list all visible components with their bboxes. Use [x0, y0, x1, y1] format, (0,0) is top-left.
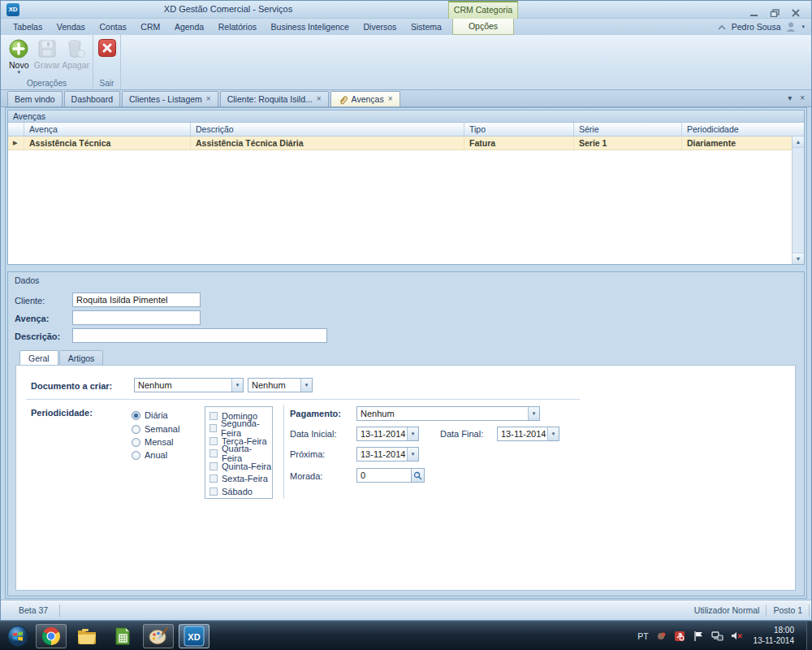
avenca-field[interactable] [72, 310, 201, 325]
data-final-picker[interactable]: 13-11-2014 ▾ [497, 427, 559, 441]
grid-vertical-scrollbar[interactable]: ▲ ▼ [792, 136, 804, 264]
tab-close-icon[interactable]: × [388, 95, 393, 103]
doc-tab-dashboard[interactable]: Dashboard [64, 91, 120, 106]
tray-volume-muted-icon[interactable] [731, 630, 743, 641]
checkbox-icon [209, 488, 218, 496]
search-icon [413, 471, 422, 480]
dropdown-caret-icon[interactable]: ▾ [528, 407, 539, 420]
user-menu-caret-icon[interactable]: ▾ [801, 24, 805, 30]
status-separator [809, 604, 810, 617]
document-tab-strip: Bem vindo Dashboard Clientes - Listagem … [1, 90, 811, 107]
show-desktop-button[interactable] [806, 622, 812, 650]
radio-mensal[interactable]: Mensal [132, 437, 173, 447]
radio-diaria[interactable]: Diária [132, 410, 168, 420]
dropdown-caret-icon[interactable]: ▾ [407, 448, 418, 461]
radio-icon [132, 438, 140, 447]
user-name[interactable]: Pedro Sousa [732, 22, 781, 32]
user-avatar-icon[interactable] [785, 21, 797, 32]
morada-search-button[interactable] [412, 468, 425, 483]
radio-semanal[interactable]: Semanal [132, 424, 179, 434]
scroll-down-icon[interactable]: ▼ [793, 253, 804, 264]
tab-relatorios[interactable]: Relatórios [214, 19, 261, 35]
ribbon-group-sair: Sair [93, 35, 121, 89]
tab-agenda[interactable]: Agenda [171, 19, 208, 35]
doc-tab-bem-vindo[interactable]: Bem vindo [7, 91, 63, 106]
documento-dropdown-2[interactable]: Nenhum ▾ [248, 378, 313, 392]
tab-artigos[interactable]: Artigos [59, 350, 104, 366]
checkbox-sexta[interactable]: Sexta-Feira [209, 473, 272, 486]
tray-action-center-flag-icon[interactable] [693, 630, 704, 642]
sair-button[interactable] [97, 38, 117, 58]
tab-contas[interactable]: Contas [95, 19, 130, 35]
descricao-label: Descrição: [15, 332, 60, 341]
checkbox-quarta[interactable]: Quarta-Feira [209, 448, 272, 461]
doc-tab-clientes-listagem[interactable]: Clientes - Listagem × [122, 91, 218, 106]
station-label: Posto 1 [773, 605, 802, 615]
gravar-button[interactable]: Gravar [34, 38, 61, 75]
morada-label: Morada: [290, 471, 322, 481]
taskbar-clock[interactable]: 18:00 13-11-2014 [754, 626, 794, 646]
taskbar-paint-icon[interactable] [143, 624, 174, 648]
table-row-selected[interactable]: ▶ Assistência Técnica Assistência Técnic… [8, 136, 804, 150]
grid-header-tipo[interactable]: Tipo [464, 123, 574, 136]
grid-header-periodicidade[interactable]: Periodicidade [682, 123, 804, 136]
grid-header-serie[interactable]: Série [574, 123, 682, 136]
close-button[interactable] [791, 6, 801, 14]
descricao-field[interactable] [72, 328, 327, 343]
tab-crm[interactable]: CRM [136, 19, 164, 35]
radio-icon [132, 425, 140, 434]
tab-business-inteligence[interactable]: Business Inteligence [267, 19, 353, 35]
tab-geral[interactable]: Geral [19, 350, 58, 366]
radio-anual[interactable]: Anual [132, 450, 167, 460]
novo-dropdown-caret-icon[interactable]: ▾ [18, 70, 21, 75]
delete-trash-icon [65, 38, 86, 59]
documento-dropdown-1[interactable]: Nenhum ▾ [134, 378, 244, 392]
grid-header-avenca[interactable]: Avença [24, 123, 191, 136]
pagamento-dropdown[interactable]: Nenhum ▾ [356, 406, 540, 421]
tab-tabelas[interactable]: Tabelas [9, 19, 46, 35]
save-floppy-icon [37, 38, 58, 59]
section-divider [26, 399, 580, 400]
novo-button[interactable]: Novo ▾ [6, 38, 32, 75]
scroll-up-icon[interactable]: ▲ [793, 136, 804, 148]
dropdown-caret-icon[interactable]: ▾ [547, 427, 559, 440]
taskbar-chrome-icon[interactable] [36, 624, 67, 648]
taskbar-xd-app-icon[interactable]: XD [179, 624, 209, 648]
collapse-ribbon-icon[interactable] [717, 24, 727, 31]
cliente-field[interactable] [72, 292, 201, 307]
proxima-picker[interactable]: 13-11-2014 ▾ [356, 447, 419, 462]
tab-close-icon[interactable]: × [317, 95, 322, 103]
doc-tab-avencas-active[interactable]: Avenças × [330, 91, 400, 106]
minimize-button[interactable] [749, 6, 759, 14]
restore-button[interactable] [770, 6, 780, 14]
grid-header-descricao[interactable]: Descrição [191, 123, 464, 136]
dropdown-caret-icon[interactable]: ▾ [407, 427, 418, 440]
start-button[interactable] [2, 622, 33, 650]
pagamento-label: Pagamento: [290, 409, 341, 418]
checkbox-icon [209, 424, 217, 432]
data-inicial-picker[interactable]: 13-11-2014 ▾ [356, 427, 419, 441]
tab-close-icon[interactable]: × [206, 95, 211, 103]
checkbox-sabado[interactable]: Sábado [209, 485, 272, 498]
contextual-tab-group[interactable]: CRM Categoria [448, 1, 518, 19]
dropdown-caret-icon[interactable]: ▾ [231, 379, 243, 392]
tab-sistema[interactable]: Sistema [407, 19, 446, 35]
tray-security-icon[interactable] [674, 630, 685, 642]
tab-vendas[interactable]: Vendas [53, 19, 89, 35]
tray-app-icon[interactable] [656, 630, 667, 641]
morada-field[interactable] [356, 468, 412, 483]
checkbox-icon [209, 449, 218, 457]
dropdown-caret-icon[interactable]: ▾ [300, 379, 312, 392]
strip-close-icon[interactable]: × [800, 93, 805, 102]
taskbar-green-app-icon[interactable] [107, 624, 138, 648]
tab-opcoes-active[interactable]: Opções [452, 19, 514, 35]
tray-network-icon[interactable] [711, 630, 723, 641]
tab-diversos[interactable]: Diversos [360, 19, 401, 35]
checkbox-segunda[interactable]: Segunda-Feira [209, 422, 272, 436]
doc-tab-cliente-roquita[interactable]: Cliente: Roquita Isild... × [220, 91, 329, 106]
checkbox-quinta[interactable]: Quinta-Feira [209, 460, 272, 473]
language-indicator[interactable]: PT [637, 631, 648, 641]
apagar-button[interactable]: Apagar [62, 38, 89, 75]
tab-list-caret-icon[interactable]: ▾ [788, 93, 792, 102]
taskbar-explorer-icon[interactable] [71, 624, 102, 648]
